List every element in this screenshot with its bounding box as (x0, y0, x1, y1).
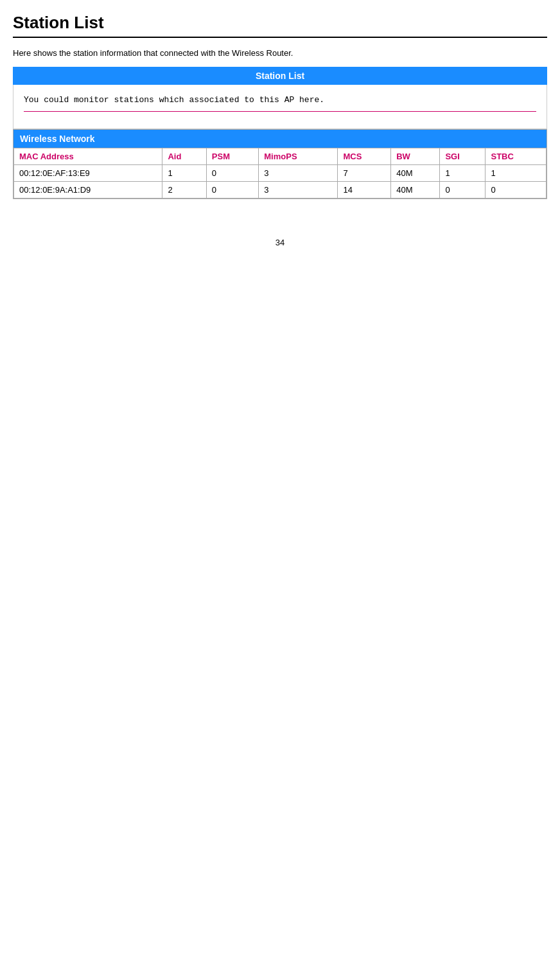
cell-row1-col7: 0 (486, 182, 547, 198)
table-row: 00:12:0E:AF:13:E9103740M11 (14, 165, 547, 182)
divider (24, 111, 536, 112)
cell-row0-col0: 00:12:0E:AF:13:E9 (14, 165, 162, 182)
col-stbc: STBC (486, 148, 547, 165)
cell-row1-col4: 14 (338, 182, 391, 198)
col-sgi: SGI (440, 148, 486, 165)
cell-row0-col6: 1 (440, 165, 486, 182)
table-header-row: MAC Address Aid PSM MimoPS MCS BW SGI ST… (14, 148, 547, 165)
cell-row1-col0: 00:12:0E:9A:A1:D9 (14, 182, 162, 198)
cell-row0-col2: 0 (206, 165, 258, 182)
info-box: You could monitor stations which associa… (13, 85, 547, 129)
cell-row0-col7: 1 (486, 165, 547, 182)
page-number: 34 (13, 238, 547, 247)
cell-row1-col1: 2 (162, 182, 206, 198)
info-text: You could monitor stations which associa… (24, 95, 324, 105)
cell-row0-col1: 1 (162, 165, 206, 182)
col-bw: BW (391, 148, 440, 165)
cell-row1-col6: 0 (440, 182, 486, 198)
wireless-section: Wireless Network MAC Address Aid PSM Mim… (13, 129, 547, 199)
col-aid: Aid (162, 148, 206, 165)
station-list-header-bar: Station List (13, 67, 547, 85)
col-psm: PSM (206, 148, 258, 165)
page-description: Here shows the station information that … (13, 48, 547, 58)
cell-row0-col4: 7 (338, 165, 391, 182)
col-mimops: MimoPS (259, 148, 338, 165)
cell-row1-col3: 3 (259, 182, 338, 198)
cell-row0-col3: 3 (259, 165, 338, 182)
wireless-network-header: Wireless Network (13, 130, 547, 148)
cell-row1-col2: 0 (206, 182, 258, 198)
cell-row1-col5: 40M (391, 182, 440, 198)
col-mac-address: MAC Address (14, 148, 162, 165)
cell-row0-col5: 40M (391, 165, 440, 182)
table-row: 00:12:0E:9A:A1:D92031440M00 (14, 182, 547, 198)
station-table: MAC Address Aid PSM MimoPS MCS BW SGI ST… (13, 148, 547, 198)
page-title: Station List (13, 13, 547, 38)
col-mcs: MCS (338, 148, 391, 165)
